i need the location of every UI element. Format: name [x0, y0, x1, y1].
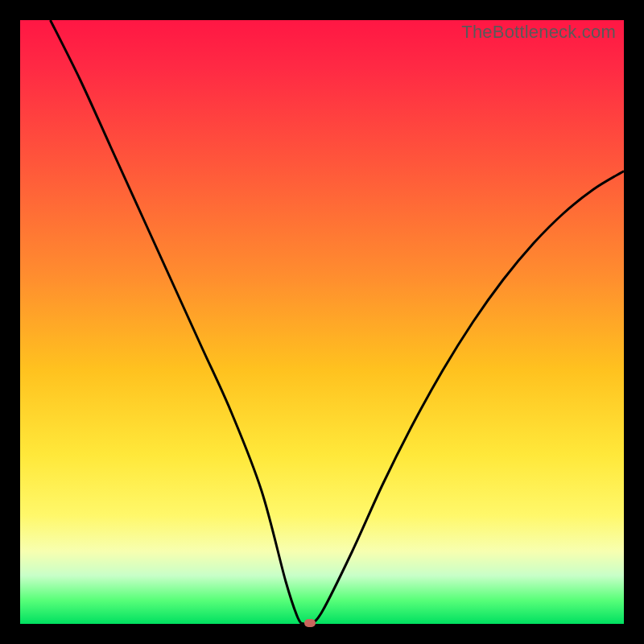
bottleneck-curve [20, 20, 624, 624]
chart-frame: TheBottleneck.com [0, 0, 644, 644]
plot-area: TheBottleneck.com [20, 20, 624, 624]
curve-path [51, 20, 625, 624]
optimal-point-marker [304, 619, 316, 627]
